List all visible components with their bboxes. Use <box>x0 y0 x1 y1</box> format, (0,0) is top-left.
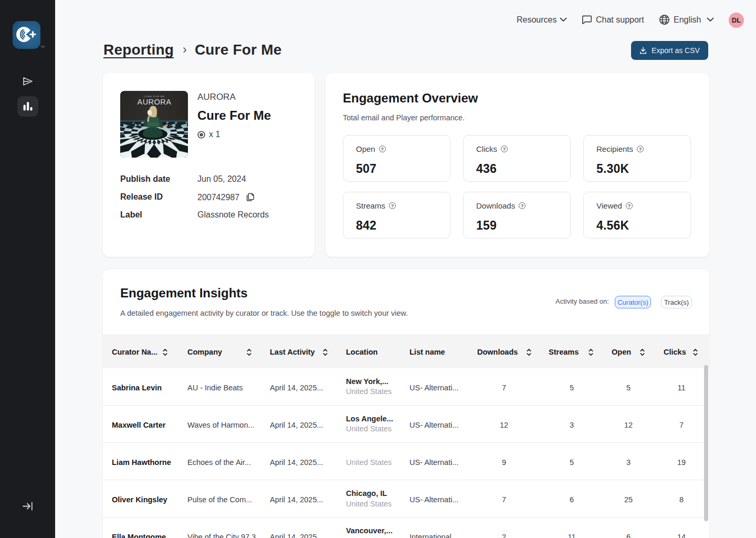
svg-text:CURE FOR ME: CURE FOR ME <box>144 95 165 98</box>
svg-text:AURORA: AURORA <box>137 98 171 106</box>
